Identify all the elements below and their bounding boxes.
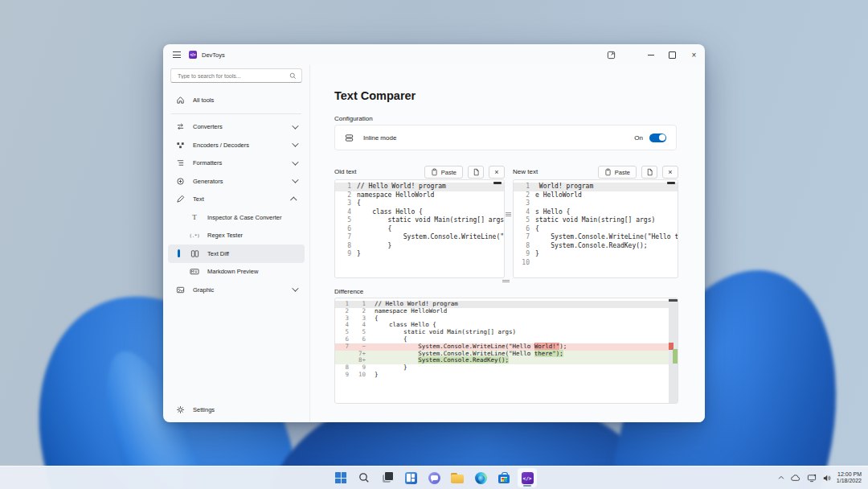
inline-mode-setting-card: Inline mode On	[334, 125, 677, 150]
maximize-button[interactable]	[661, 44, 683, 65]
close-icon: ×	[494, 168, 498, 176]
markdown-icon	[190, 267, 199, 277]
formatters-icon	[175, 158, 185, 168]
old-text-editor[interactable]: 1// Hello World! program2namespace Hello…	[334, 179, 505, 278]
sidebar-item-label: Text	[193, 195, 204, 203]
chevron-down-icon	[292, 122, 298, 129]
code-line: 3{	[335, 199, 504, 208]
taskbar-search-button[interactable]	[354, 468, 374, 487]
code-line: 4s Hello {	[514, 208, 678, 217]
converters-icon	[175, 122, 185, 132]
gear-icon	[175, 405, 185, 415]
new-clear-button[interactable]: ×	[662, 166, 678, 179]
onedrive-icon[interactable]	[791, 474, 801, 482]
close-icon: ×	[668, 168, 672, 176]
tray-time: 12:00 PM	[837, 471, 862, 479]
sidebar-item-markdown-preview[interactable]: Markdown Preview	[168, 263, 305, 281]
taskbar-file-explorer-button[interactable]	[448, 468, 467, 487]
inline-mode-icon	[345, 134, 354, 142]
code-line: 2namespace HelloWorld	[335, 191, 504, 200]
graphic-icon	[175, 285, 185, 294]
minimize-button[interactable]	[640, 44, 661, 65]
taskbar-chat-button[interactable]	[424, 468, 444, 487]
old-paste-button[interactable]: Paste	[424, 166, 463, 179]
old-open-file-button[interactable]	[468, 166, 484, 179]
code-line: 9}	[335, 250, 504, 259]
sidebar-item-settings[interactable]: Settings	[168, 401, 312, 420]
scrollbar-thumb[interactable]	[667, 182, 675, 184]
scrollbar-thumb[interactable]	[669, 299, 678, 302]
old-clear-button[interactable]: ×	[489, 166, 505, 179]
code-line: 1 World! program	[514, 183, 678, 191]
windows-logo-icon	[335, 472, 346, 483]
code-line: 1// Hello World! program	[335, 183, 504, 191]
devtoys-logo-icon: </>	[189, 51, 197, 59]
new-open-file-button[interactable]	[641, 166, 657, 179]
task-view-icon	[381, 471, 394, 484]
taskbar-task-view-button[interactable]	[378, 468, 397, 487]
text-diff-icon	[190, 249, 199, 258]
sidebar-item-label: Inspector & Case Converter	[207, 214, 282, 221]
taskbar-devtoys-button[interactable]: </>	[518, 468, 537, 487]
settings-label: Settings	[193, 406, 215, 413]
taskbar-widgets-button[interactable]	[401, 468, 420, 487]
ruler-addition-mark	[673, 349, 678, 364]
sidebar-item-label: Text Diff	[207, 250, 229, 257]
diff-row: 22namespace HelloWorld	[335, 308, 678, 315]
old-text-pane: Old text Paste × 1// Hello World!	[334, 161, 505, 278]
regex-icon: (.*)	[190, 231, 199, 240]
close-button[interactable]: ×	[683, 44, 705, 65]
sidebar-item-all-tools[interactable]: All tools	[168, 91, 305, 109]
sidebar-item-converters[interactable]: Converters	[168, 118, 305, 137]
sidebar-item-formatters[interactable]: Formatters	[168, 154, 305, 173]
sidebar-item-label: Generators	[193, 178, 223, 185]
code-line: 6{	[514, 225, 678, 234]
new-paste-button[interactable]: Paste	[598, 166, 637, 179]
file-explorer-icon	[451, 473, 464, 483]
sidebar-item-text-diff[interactable]: Text Diff	[168, 244, 305, 263]
sidebar-item-label: All tools	[193, 97, 214, 104]
chevron-down-icon	[292, 177, 298, 183]
taskbar-edge-button[interactable]	[471, 468, 490, 487]
hamburger-menu-icon[interactable]	[173, 51, 181, 58]
search-input[interactable]	[176, 72, 289, 80]
taskbar-clock[interactable]: 12:00 PM 1/18/2022	[837, 471, 862, 485]
search-icon	[358, 472, 370, 483]
sidebar-item-graphic[interactable]: Graphic	[168, 281, 305, 299]
configuration-label: Configuration	[334, 115, 373, 122]
volume-icon[interactable]	[822, 474, 831, 483]
vertical-resize-handle[interactable]	[502, 280, 510, 282]
sidebar-item-label: Encoders / Decoders	[193, 142, 249, 149]
taskbar-start-button[interactable]	[331, 468, 350, 487]
sidebar-item-inspector-case-converter[interactable]: TInspector & Case Converter	[168, 208, 305, 227]
inline-mode-toggle[interactable]	[649, 134, 666, 142]
sidebar-item-label: Formatters	[193, 159, 222, 166]
chevron-down-icon	[292, 141, 298, 147]
network-icon[interactable]	[807, 474, 817, 483]
chevron-down-icon	[292, 158, 298, 165]
sidebar-item-generators[interactable]: Generators	[168, 172, 305, 191]
hidden-icons-chevron-icon[interactable]	[777, 474, 785, 482]
pane-splitter-handle[interactable]	[506, 212, 511, 216]
sidebar-item-regex-tester[interactable]: (.*)Regex Tester	[168, 227, 305, 245]
titlebar[interactable]: </> DevToys ×	[163, 44, 705, 65]
difference-viewer[interactable]: 11// Hello World! program22namespace Hel…	[334, 298, 678, 404]
home-icon	[175, 95, 185, 105]
code-line: 7 System.Console.WriteLine("Hello World!…	[335, 233, 504, 242]
code-line: 3	[514, 199, 678, 208]
new-text-label: New text	[513, 168, 538, 175]
sidebar-item-text[interactable]: Text	[168, 191, 305, 209]
diff-row: 89 }	[335, 364, 678, 372]
sidebar-item-encoders-decoders[interactable]: Encoders / Decoders	[168, 136, 305, 154]
tool-search-box[interactable]	[170, 68, 302, 83]
taskbar-store-button[interactable]	[494, 468, 514, 487]
compact-overlay-button[interactable]	[600, 44, 622, 65]
app-title: DevToys	[202, 51, 225, 59]
code-line: 8 System.Console.ReadKey();	[514, 242, 678, 251]
code-line: 2e HelloWorld	[514, 191, 678, 200]
sidebar-item-label: Markdown Preview	[207, 268, 258, 275]
devtoys-window: </> DevToys × All toolsConvertersEncoder…	[163, 44, 705, 422]
sidebar: All toolsConvertersEncoders / DecodersFo…	[163, 65, 309, 422]
scrollbar-thumb[interactable]	[493, 182, 502, 184]
new-text-editor[interactable]: 1 World! program2e HelloWorld34s Hello {…	[513, 179, 678, 278]
